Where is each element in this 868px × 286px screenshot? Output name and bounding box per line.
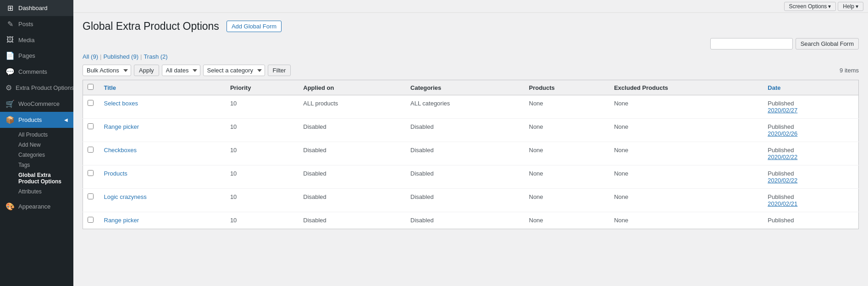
products-submenu: All Products Add New Categories Tags Glo… (0, 128, 73, 198)
add-global-form-button[interactable]: Add Global Form (227, 21, 282, 32)
sidebar-sub-add-new[interactable]: Add New (15, 140, 73, 150)
comments-icon: 💬 (6, 67, 15, 76)
sidebar-sub-attributes[interactable]: Attributes (15, 187, 73, 197)
row-title-link-4[interactable]: Logic crazyness (104, 193, 147, 200)
filter-trash-link[interactable]: Trash (2) (144, 53, 167, 60)
row-checkbox-cell-1 (83, 119, 100, 142)
row-status-4: Published (768, 193, 794, 200)
sidebar-item-media[interactable]: 🖼 Media (0, 32, 73, 48)
toolbar: Bulk Actions Apply All dates Select a ca… (83, 65, 859, 76)
row-date-cell-4: Published 2020/02/21 (763, 189, 858, 212)
row-date-link-2[interactable]: 2020/02/22 (768, 154, 797, 160)
row-title-link-0[interactable]: Select boxes (104, 100, 138, 107)
header-date[interactable]: Date (763, 80, 858, 95)
row-checkbox-cell-0 (83, 95, 100, 119)
sidebar: ⊞ Dashboard ✎ Posts 🖼 Media 📄 Pages 💬 Co… (0, 0, 73, 286)
header-applied-on: Applied on (299, 80, 406, 95)
screen-options-chevron-icon: ▾ (828, 3, 831, 10)
row-priority-3: 10 (226, 165, 299, 189)
table-row: Logic crazyness 10 Disabled Disabled Non… (83, 189, 859, 212)
row-excluded-products-2: None (609, 142, 763, 165)
search-row: Search Global Form (83, 38, 859, 50)
content-area: Global Extra Product Options Add Global … (73, 13, 868, 286)
table-row: Range picker 10 Disabled Disabled None N… (83, 212, 859, 229)
toolbar-left: Bulk Actions Apply All dates Select a ca… (83, 65, 291, 76)
row-date-link-3[interactable]: 2020/02/22 (768, 177, 797, 184)
separator-2: | (140, 53, 142, 60)
row-title-link-5[interactable]: Range picker (104, 217, 139, 224)
row-date-cell-1: Published 2020/02/26 (763, 119, 858, 142)
select-all-checkbox[interactable] (88, 84, 94, 90)
header-products: Products (525, 80, 610, 95)
row-applied-on-3: Disabled (299, 165, 406, 189)
select-all-header (83, 80, 100, 95)
sidebar-item-comments-label: Comments (18, 68, 47, 75)
sidebar-item-appearance[interactable]: 🎨 Appearance (0, 198, 73, 214)
row-products-3: None (525, 165, 610, 189)
row-date-cell-3: Published 2020/02/22 (763, 165, 858, 189)
row-applied-on-2: Disabled (299, 142, 406, 165)
sidebar-item-products-label: Products (18, 116, 42, 123)
row-title-cell-1: Range picker (100, 119, 226, 142)
row-date-link-0[interactable]: 2020/02/27 (768, 107, 797, 114)
sidebar-sub-global-extra-product-options[interactable]: Global Extra Product Options (15, 170, 73, 187)
header-title[interactable]: Title (100, 80, 226, 95)
sidebar-item-extra-product-options[interactable]: ⚙ Extra Product Options (0, 80, 73, 96)
appearance-icon: 🎨 (6, 202, 15, 211)
bulk-actions-select[interactable]: Bulk Actions (83, 65, 131, 76)
sidebar-item-dashboard[interactable]: ⊞ Dashboard (0, 0, 73, 16)
media-icon: 🖼 (6, 36, 15, 44)
apply-button[interactable]: Apply (134, 65, 159, 76)
row-checkbox-3[interactable] (88, 170, 94, 176)
row-categories-1: Disabled (406, 119, 524, 142)
row-title-link-1[interactable]: Range picker (104, 123, 139, 130)
sidebar-item-products[interactable]: 📦 Products ◀ (0, 112, 73, 128)
row-date-link-4[interactable]: 2020/02/21 (768, 200, 797, 207)
help-label: Help (843, 3, 854, 10)
sidebar-item-comments[interactable]: 💬 Comments (0, 64, 73, 80)
filter-published-link[interactable]: Published (9) (103, 53, 138, 60)
row-title-cell-3: Products (100, 165, 226, 189)
page-title-row: Global Extra Product Options Add Global … (83, 20, 859, 33)
row-checkbox-1[interactable] (88, 123, 94, 129)
help-button[interactable]: Help ▾ (838, 2, 863, 11)
row-checkbox-2[interactable] (88, 147, 94, 153)
sidebar-item-posts[interactable]: ✎ Posts (0, 16, 73, 32)
row-date-link-1[interactable]: 2020/02/26 (768, 130, 797, 137)
filter-all-link[interactable]: All (9) (83, 53, 98, 60)
row-products-4: None (525, 189, 610, 212)
select-category-select[interactable]: Select a category (203, 65, 265, 76)
sidebar-item-dashboard-label: Dashboard (18, 5, 48, 11)
all-dates-select[interactable]: All dates (162, 65, 200, 76)
table-row: Range picker 10 Disabled Disabled None N… (83, 119, 859, 142)
collapse-arrow-icon: ◀ (64, 117, 68, 122)
sidebar-item-woocommerce[interactable]: 🛒 WooCommerce (0, 96, 73, 112)
row-date-cell-0: Published 2020/02/27 (763, 95, 858, 119)
sidebar-sub-categories[interactable]: Categories (15, 150, 73, 160)
sidebar-item-pages[interactable]: 📄 Pages (0, 48, 73, 64)
separator-1: | (100, 53, 101, 60)
row-title-link-3[interactable]: Products (104, 170, 127, 177)
row-checkbox-4[interactable] (88, 193, 94, 199)
row-checkbox-0[interactable] (88, 100, 94, 106)
screen-options-button[interactable]: Screen Options ▾ (784, 2, 836, 11)
row-status-3: Published (768, 170, 794, 177)
row-categories-0: ALL categories (406, 95, 524, 119)
row-excluded-products-3: None (609, 165, 763, 189)
row-status-0: Published (768, 100, 794, 107)
items-count: 9 items (840, 67, 859, 74)
search-global-form-button[interactable]: Search Global Form (796, 38, 859, 50)
row-title-link-2[interactable]: Checkboxes (104, 147, 137, 154)
search-input[interactable] (710, 38, 793, 50)
row-categories-5: Disabled (406, 212, 524, 229)
row-priority-5: 10 (226, 212, 299, 229)
row-checkbox-5[interactable] (88, 217, 94, 223)
sidebar-item-woocommerce-label: WooCommerce (18, 100, 60, 107)
data-table: Title Priority Applied on Categories Pro… (83, 80, 859, 229)
header-excluded-products: Excluded Products (609, 80, 763, 95)
sidebar-sub-all-products[interactable]: All Products (15, 130, 73, 140)
sidebar-sub-tags[interactable]: Tags (15, 160, 73, 170)
row-status-5: Published (768, 217, 794, 224)
row-categories-3: Disabled (406, 165, 524, 189)
filter-button[interactable]: Filter (268, 65, 291, 76)
